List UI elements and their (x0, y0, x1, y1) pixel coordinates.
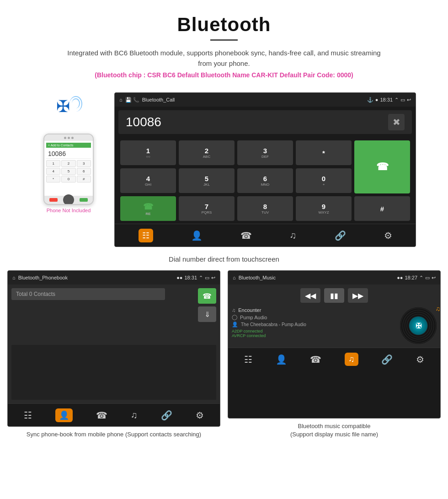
bottom-row: ⌂ Bluetooth_Phonebook ●● 18:31 ⌃ ▭ ↩ Tot… (0, 270, 448, 440)
person-icon: 👤 (232, 322, 238, 327)
m-expand: ⌃ (419, 275, 423, 281)
phonebook-content-area (11, 345, 216, 400)
music-track-row: ♫ Encounter (232, 307, 396, 313)
m-battery: ▭ (425, 275, 430, 281)
contacts-icon[interactable]: 👤 (191, 230, 203, 241)
key-9[interactable]: 9WXYZ (296, 196, 352, 221)
pb-expand: ⌃ (199, 275, 203, 281)
link-icon[interactable]: 🔗 (335, 230, 346, 241)
phone-key-0[interactable]: 0 (61, 176, 75, 182)
phone-key-4[interactable]: 4 (46, 168, 60, 175)
pb-keypad-icon[interactable]: ☷ (24, 410, 32, 421)
phone-key-5[interactable]: 5 (61, 168, 75, 175)
music-album-name: Pump Audio (240, 315, 267, 320)
phone-key-star[interactable]: * (46, 176, 60, 182)
screen-title: Bluetooth_Call (142, 97, 175, 102)
m-link-icon[interactable]: 🔗 (381, 354, 393, 365)
dialer-number-display: 10086 (126, 115, 384, 129)
m-time: 18:27 (405, 275, 417, 280)
pb-home-icon: ⌂ (12, 275, 16, 280)
key-7[interactable]: 7PQRS (179, 196, 235, 221)
backspace-button[interactable]: ✖ (388, 114, 405, 130)
call-button[interactable]: ☎ (354, 140, 410, 193)
bluetooth-active-icon: ⚓ (367, 97, 373, 103)
key-4[interactable]: 4GHI (120, 168, 176, 193)
m-keypad-icon[interactable]: ☷ (244, 354, 252, 365)
phone-key-3[interactable]: 3 (77, 160, 91, 167)
music-screenshot: ⌂ Bluetooth_Music ●● 18:27 ⌃ ▭ ↩ ◀◀ ▮▮ ▶… (228, 270, 441, 419)
phone-key-1[interactable]: 1 (46, 160, 60, 167)
phone-mockup: + Add to Contacts 10086 1 2 3 4 5 6 * 0 … (43, 134, 94, 205)
key-hash[interactable]: # (354, 196, 410, 221)
vinyl-center: ✠ (409, 317, 427, 335)
m-call-icon[interactable]: ☎ (310, 354, 321, 365)
pb-music-icon[interactable]: ♫ (131, 410, 138, 420)
call-contact-btn[interactable]: ☎ (198, 288, 216, 304)
phone-dot (64, 137, 66, 139)
prev-button[interactable]: ◀◀ (300, 288, 320, 303)
m-back: ↩ (432, 275, 436, 281)
phone-end-btn[interactable] (49, 198, 58, 202)
pb-statusbar-left: ⌂ Bluetooth_Phonebook (12, 275, 68, 280)
play-button[interactable]: ▮▮ (324, 288, 344, 303)
music-note-1-icon: ♫ (436, 305, 441, 312)
music-bottombar: ☷ 👤 ☎ ♫ 🔗 ⚙ (228, 348, 440, 370)
phone-key-6[interactable]: 6 (77, 168, 91, 175)
m-contacts-icon[interactable]: 👤 (276, 354, 287, 365)
music-a2dp-status: A2DP connected (232, 329, 396, 333)
key-8[interactable]: 8TUV (237, 196, 293, 221)
key-star[interactable]: * (296, 140, 352, 165)
pb-settings-icon[interactable]: ⚙ (196, 410, 204, 421)
key-2[interactable]: 2ABC (179, 140, 235, 165)
recall-button[interactable]: ☎ RE (120, 196, 176, 221)
phonebook-section: ⌂ Bluetooth_Phonebook ●● 18:31 ⌃ ▭ ↩ Tot… (7, 270, 220, 440)
key-3[interactable]: 3DEF (237, 140, 293, 165)
music-track-name: Encounter (238, 307, 261, 313)
statusbar-left: ⌂ 💾 📞 Bluetooth_Call (119, 97, 175, 103)
back-icon: ↩ (407, 97, 411, 103)
phone-key-hash[interactable]: # (77, 176, 91, 182)
download-contacts-btn[interactable]: ⇓ (198, 306, 216, 322)
m-music-active-icon[interactable]: ♫ (345, 353, 358, 366)
key-5[interactable]: 5JKL (179, 168, 235, 193)
next-button[interactable]: ▶▶ (348, 288, 368, 303)
pb-call-icon[interactable]: ☎ (96, 410, 107, 421)
music-controls: ◀◀ ▮▮ ▶▶ (232, 288, 437, 303)
key-0[interactable]: 0+ (296, 168, 352, 193)
phone-dot (71, 137, 74, 139)
statusbar-icons: 💾 📞 (125, 97, 139, 103)
call-log-icon[interactable]: ☎ (240, 230, 252, 241)
phonebook-screen-content: Total 0 Contacts ☎ ⇓ (8, 284, 220, 403)
phone-side: ✠ + Add to Contacts 10086 1 2 3 4 5 (32, 92, 105, 213)
music-icon[interactable]: ♫ (290, 230, 297, 241)
key-1[interactable]: 1○○ (120, 140, 176, 165)
pb-contacts-active-icon[interactable]: 👤 (55, 408, 73, 422)
music-artist-name: The Cheebacabra - Pump Audio (241, 322, 306, 327)
main-row: ✠ + Add to Contacts 10086 1 2 3 4 5 (0, 88, 448, 252)
phone-home-btn[interactable] (63, 194, 74, 205)
bluetooth-icon-area: ✠ (48, 92, 89, 129)
pb-bottombar: ☷ 👤 ☎ ♫ 🔗 ⚙ (8, 403, 220, 426)
signal-icon: ● (375, 97, 379, 102)
settings-icon[interactable]: ⚙ (384, 230, 392, 241)
keypad-active-icon[interactable]: ☷ (139, 229, 153, 242)
key-6[interactable]: 6MNO (237, 168, 293, 193)
phone-key-2[interactable]: 2 (61, 160, 75, 167)
main-caption: Dial number direct from touchscreen (0, 252, 448, 270)
phone-call-btn[interactable] (80, 198, 88, 202)
phonebook-statusbar: ⌂ Bluetooth_Phonebook ●● 18:31 ⌃ ▭ ↩ (8, 271, 220, 284)
m-title: Bluetooth_Music (239, 275, 276, 280)
m-statusbar-right: ●● 18:27 ⌃ ▭ ↩ (397, 275, 436, 281)
pb-link-icon[interactable]: 🔗 (161, 410, 172, 421)
spec-line: (Bluetooth chip : CSR BC6 Default Blueto… (9, 71, 439, 79)
pb-battery: ▭ (205, 275, 209, 281)
music-text: ♫ Encounter ◯ Pump Audio 👤 The Cheebacab… (232, 307, 396, 344)
dialer-screenshot: ⌂ 💾 📞 Bluetooth_Call ⚓ ● 18:31 ⌃ ▭ ↩ 100… (114, 92, 416, 247)
keypad-grid: 1○○ 2ABC 3DEF * ☎ 4GHI 5JKL 6MNO 0+ ☎ RE… (115, 138, 416, 224)
page-description: Integrated with BC6 Bluetooth module, su… (64, 48, 384, 69)
music-section: ⌂ Bluetooth_Music ●● 18:27 ⌃ ▭ ↩ ◀◀ ▮▮ ▶… (228, 270, 441, 440)
page-title: Bluetooth (9, 14, 439, 36)
contact-search-bar[interactable]: Total 0 Contacts (11, 288, 165, 300)
m-settings-icon[interactable]: ⚙ (416, 354, 424, 365)
music-screen-content: ◀◀ ▮▮ ▶▶ ♫ Encounter ◯ Pump Audio (228, 284, 440, 348)
